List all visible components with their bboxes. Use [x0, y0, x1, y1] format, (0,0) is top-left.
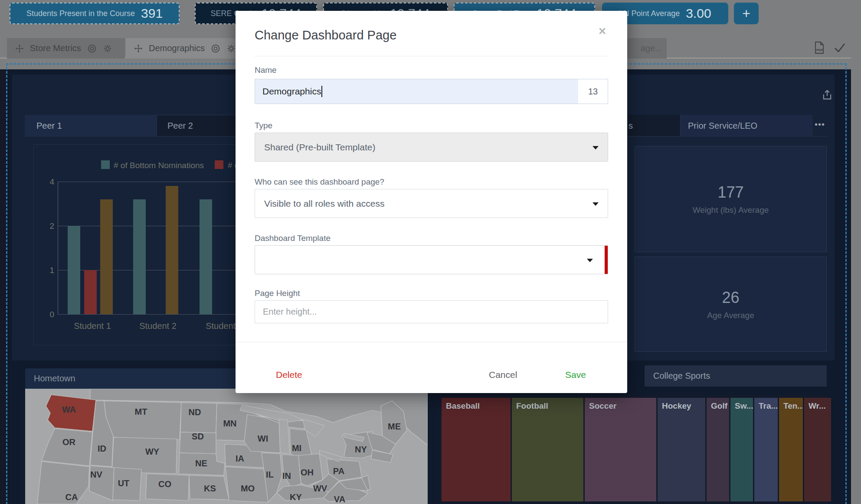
cancel-button[interactable]: Cancel [489, 370, 517, 380]
stat-value: 391 [141, 6, 163, 21]
treemap-cell-soccer[interactable]: Soccer [585, 398, 656, 501]
tab-store-metrics[interactable]: Store Metrics [7, 38, 125, 59]
close-icon[interactable]: ✕ [598, 26, 606, 37]
bar-# of Bottom Nominations[interactable] [133, 199, 146, 314]
bar-series2[interactable] [100, 199, 113, 314]
bar-series2[interactable] [166, 186, 178, 314]
state-label-CA: CA [65, 492, 78, 502]
plus-icon: + [742, 6, 750, 22]
state-label-SD: SD [192, 432, 204, 441]
college-sports-header[interactable]: College Sports [645, 365, 827, 387]
visibility-select[interactable]: Visible to all roles with access [255, 189, 608, 218]
template-select[interactable] [255, 245, 608, 274]
state-label-ND: ND [189, 407, 201, 417]
stat-value: 3.00 [686, 6, 711, 21]
modal-header-divider [255, 56, 608, 56]
state-label-WA: WA [62, 405, 76, 414]
state-label-OH: OH [301, 468, 314, 477]
widget-title: Hometown [34, 374, 75, 384]
check-icon[interactable] [834, 42, 846, 53]
template-label: Dashboard Template [255, 234, 331, 243]
move-icon [134, 44, 143, 53]
chevron-down-icon [587, 259, 593, 262]
state-label-MO: MO [241, 484, 255, 493]
page-height-label: Page Height [255, 289, 300, 298]
name-input-value: Demographics [262, 86, 321, 97]
treemap-cell-hockey[interactable]: Hockey [658, 398, 705, 501]
type-select[interactable]: Shared (Pre-built Template) [255, 133, 608, 162]
x-axis-label: Student 2 [128, 321, 188, 331]
state-label-OR: OR [62, 437, 76, 447]
gear-icon[interactable] [226, 44, 236, 53]
state-label-IA: IA [236, 454, 244, 463]
tab-label: Peer 2 [167, 121, 193, 131]
treemap-cell-football[interactable]: Football [512, 398, 583, 501]
delete-button[interactable]: Delete [276, 370, 302, 380]
bar-# of Bottom Nominations[interactable] [68, 226, 80, 314]
left-gutter [0, 69, 6, 504]
widget-title: College Sports [653, 371, 710, 381]
application-window: Students Present in the Course 391 SERE … [0, 0, 861, 504]
stat-label: LN Point Average [619, 9, 680, 18]
y-tick-label: 4 [41, 177, 54, 187]
x-axis-label: Student 1 [62, 321, 123, 331]
name-label: Name [255, 65, 277, 75]
state-label-MT: MT [135, 407, 147, 416]
state-label-IN: IN [282, 471, 291, 481]
widget-menu-ellipsis[interactable]: ••• [815, 120, 825, 130]
legend-label: # of Bottom Nominations [114, 161, 204, 170]
eye-icon[interactable] [210, 43, 221, 54]
state-label-NV: NV [90, 470, 102, 479]
state-label-MN: MN [223, 419, 236, 428]
treemap-cell-wr[interactable]: Wr... [804, 398, 831, 501]
add-stat-card-button[interactable]: + [734, 3, 759, 24]
bar-# of Bottom Nominations[interactable] [200, 199, 212, 314]
ellipsis-icon: ••• [815, 120, 825, 129]
weight-average-value: 177 [717, 183, 743, 202]
tab-label: Demographics [149, 43, 205, 53]
type-select-value: Shared (Pre-built Template) [264, 142, 375, 153]
char-count: 13 [578, 79, 608, 104]
page-height-input[interactable]: Enter height... [255, 300, 608, 323]
eye-icon[interactable] [87, 43, 97, 54]
treemap-cell-tra[interactable]: Tra... [754, 398, 778, 501]
tab-prior-service-leo[interactable]: Prior Service/LEO [681, 115, 812, 137]
hometown-map[interactable]: WAMTNDMNMEORIDSDWIMINYWYNEIANVUTCOKSMOIL… [25, 389, 428, 504]
y-axis [58, 182, 58, 314]
tab-label: Store Metrics [30, 43, 81, 53]
save-button[interactable]: Save [565, 370, 586, 380]
treemap-cell-ten[interactable]: Ten... [779, 398, 803, 501]
treemap-cell-sw[interactable]: Sw... [730, 398, 753, 501]
state-label-UT: UT [118, 478, 130, 488]
weight-average-card: 177 Weight (lbs) Average [635, 146, 827, 252]
treemap-cell-golf[interactable]: Golf [707, 398, 729, 501]
tab-label: s [629, 121, 633, 131]
name-field[interactable]: Demographics 13 [255, 79, 608, 104]
age-average-card: 26 Age Average [635, 257, 827, 352]
stat-card[interactable]: Students Present in the Course 391 [10, 3, 180, 24]
state-label-WV: WV [313, 484, 327, 493]
state-label-WI: WI [258, 434, 268, 443]
state-label-NY: NY [355, 445, 367, 454]
state-label-PA: PA [333, 466, 344, 476]
tab-label: Peer 1 [36, 121, 62, 131]
pdf-export-icon[interactable]: PDF [814, 41, 825, 54]
state-label-MI: MI [292, 443, 301, 453]
state-label-CO: CO [158, 479, 171, 489]
treemap-cell-baseball[interactable]: Baseball [442, 398, 511, 501]
age-average-label: Age Average [707, 311, 754, 320]
stat-label: Students Present in the Course [26, 9, 135, 18]
name-input[interactable]: Demographics [255, 79, 578, 104]
tab-peer-1[interactable]: Peer 1 [25, 115, 157, 137]
state-label-ID: ID [98, 444, 106, 453]
bar-# o[interactable] [84, 270, 97, 314]
change-dashboard-page-modal: Change Dashboard Page ✕ Name Demographic… [236, 11, 627, 393]
svg-text:PDF: PDF [816, 48, 823, 52]
visibility-select-value: Visible to all roles with access [264, 198, 384, 209]
gear-icon[interactable] [103, 44, 112, 53]
state-label-VA: VA [334, 494, 345, 504]
visibility-label: Who can see this dashboard page? [255, 177, 384, 187]
y-tick-label: 1 [41, 266, 54, 275]
college-sports-treemap[interactable]: BaseballFootballSoccerHockeyGolfSw...Tra… [439, 395, 827, 504]
share-export-icon[interactable] [821, 89, 833, 101]
